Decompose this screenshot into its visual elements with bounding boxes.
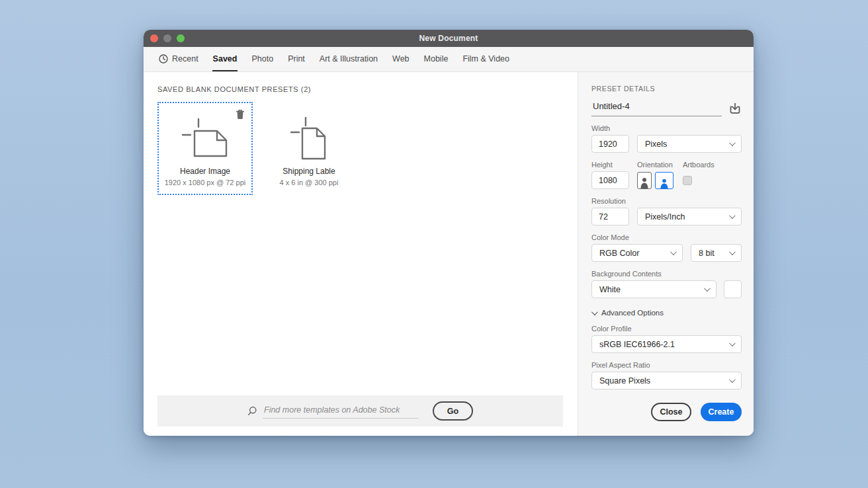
preset-cards: Header Image 1920 x 1080 px @ 72 ppi [157, 102, 578, 195]
preset-spec: 4 x 6 in @ 300 ppi [280, 179, 339, 186]
close-window-icon[interactable] [150, 34, 158, 42]
resolution-unit-select[interactable]: Pixels/Inch [637, 208, 742, 225]
tab-label: Photo [251, 54, 273, 63]
tab-label: Print [288, 54, 305, 63]
portrait-document-icon [288, 111, 329, 165]
advanced-options-label: Advanced Options [601, 309, 664, 317]
titlebar[interactable]: New Document [144, 30, 754, 47]
delete-preset-icon[interactable] [236, 109, 245, 120]
tab-label: Mobile [424, 54, 449, 63]
tab-mobile[interactable]: Mobile [423, 47, 449, 71]
resolution-label: Resolution [591, 197, 742, 205]
tab-label: Saved [213, 54, 238, 63]
width-unit-select[interactable]: Pixels [637, 135, 742, 153]
chevron-down-icon [729, 140, 736, 146]
tab-label: Film & Video [462, 54, 509, 63]
chevron-down-icon [591, 309, 598, 315]
portrait-person-icon [640, 177, 649, 188]
save-preset-icon[interactable] [728, 102, 742, 115]
color-mode-label: Color Mode [591, 233, 742, 241]
zoom-window-icon[interactable] [177, 34, 185, 42]
document-name-input[interactable] [591, 101, 722, 116]
orientation-label: Orientation [637, 161, 673, 169]
background-contents-select[interactable]: White [591, 280, 716, 298]
width-unit-value: Pixels [645, 140, 667, 149]
pixel-aspect-ratio-value: Square Pixels [599, 376, 650, 386]
background-color-swatch[interactable] [724, 280, 742, 298]
preset-name: Shipping Lable [282, 167, 335, 176]
color-profile-value: sRGB IEC61966-2.1 [599, 340, 675, 349]
artboards-label: Artboards [683, 161, 715, 169]
tab-label: Art & Illustration [320, 54, 378, 63]
tab-photo[interactable]: Photo [251, 47, 274, 71]
clock-icon [159, 54, 168, 63]
pixel-aspect-ratio-label: Pixel Aspect Ratio [591, 361, 742, 369]
chevron-down-icon [670, 249, 677, 255]
preset-name: Header Image [180, 167, 230, 176]
presets-area: SAVED BLANK DOCUMENT PRESETS (2) [144, 72, 578, 436]
height-label: Height [591, 161, 629, 169]
landscape-document-icon [180, 111, 230, 165]
chevron-down-icon [729, 340, 736, 346]
landscape-person-icon [660, 178, 669, 188]
tab-recent[interactable]: Recent [158, 47, 199, 71]
tab-label: Recent [172, 54, 198, 63]
resolution-input[interactable] [591, 208, 629, 225]
tab-film-video[interactable]: Film & Video [462, 47, 510, 71]
close-button[interactable]: Close [651, 403, 691, 421]
preset-card-header-image[interactable]: Header Image 1920 x 1080 px @ 72 ppi [157, 102, 253, 195]
new-document-dialog: New Document Recent Saved Photo Print Ar… [144, 30, 754, 436]
go-button[interactable]: Go [433, 401, 473, 421]
tab-web[interactable]: Web [392, 47, 410, 71]
search-input[interactable] [263, 404, 418, 419]
chevron-down-icon [729, 249, 736, 255]
minimize-window-icon[interactable] [163, 34, 171, 42]
chevron-down-icon [729, 212, 736, 219]
background-contents-label: Background Contents [591, 270, 742, 278]
chevron-down-icon [704, 285, 711, 292]
panel-heading: PRESET DETAILS [591, 85, 742, 93]
background-contents-value: White [599, 285, 621, 294]
tab-print[interactable]: Print [287, 47, 306, 71]
color-mode-value: RGB Color [599, 249, 639, 258]
chevron-down-icon [729, 376, 736, 383]
advanced-options-toggle[interactable]: Advanced Options [591, 309, 742, 317]
artboards-checkbox[interactable] [683, 176, 692, 185]
bit-depth-select[interactable]: 8 bit [691, 244, 742, 262]
preset-details-panel: PRESET DETAILS Width Pixels [578, 72, 754, 436]
width-label: Width [591, 124, 742, 132]
height-input[interactable] [591, 171, 629, 189]
preset-spec: 1920 x 1080 px @ 72 ppi [165, 179, 245, 186]
create-button[interactable]: Create [701, 403, 742, 421]
pixel-aspect-ratio-select[interactable]: Square Pixels [591, 372, 742, 389]
tab-saved[interactable]: Saved [212, 47, 238, 71]
bit-depth-value: 8 bit [699, 249, 715, 258]
category-tabbar: Recent Saved Photo Print Art & Illustrat… [144, 47, 754, 72]
adobe-stock-search-band: Go [157, 395, 563, 427]
tab-art-illustration[interactable]: Art & Illustration [319, 47, 378, 71]
color-profile-select[interactable]: sRGB IEC61966-2.1 [591, 335, 742, 353]
tab-label: Web [392, 54, 409, 63]
width-input[interactable] [591, 135, 629, 153]
color-profile-label: Color Profile [591, 325, 742, 333]
desktop-background: New Document Recent Saved Photo Print Ar… [0, 0, 868, 488]
orientation-portrait-button[interactable] [637, 172, 652, 189]
search-icon [247, 406, 257, 416]
orientation-landscape-button[interactable] [655, 172, 673, 189]
color-mode-select[interactable]: RGB Color [591, 244, 683, 262]
window-title: New Document [419, 34, 478, 43]
preset-card-shipping-lable[interactable]: Shipping Lable 4 x 6 in @ 300 ppi [261, 102, 357, 195]
presets-heading: SAVED BLANK DOCUMENT PRESETS (2) [157, 85, 578, 93]
resolution-unit-value: Pixels/Inch [645, 212, 685, 222]
traffic-lights [150, 30, 185, 47]
